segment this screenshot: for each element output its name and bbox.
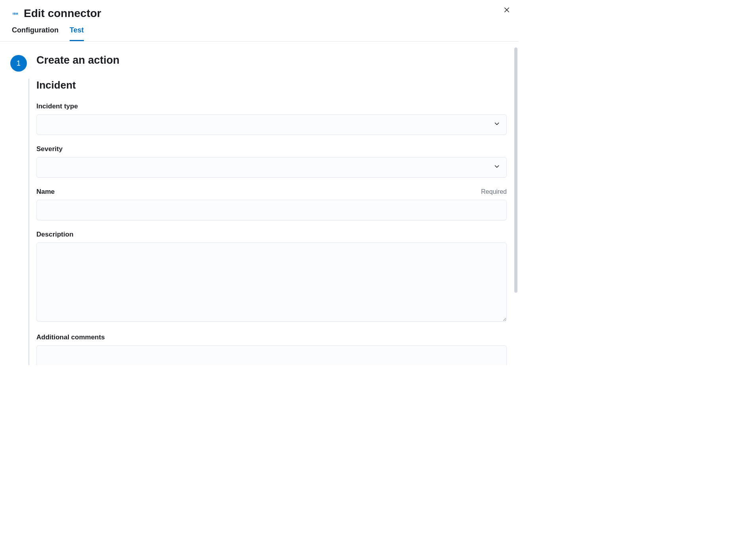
tabs: Configuration Test [0, 20, 519, 42]
header: IBM Edit connector [0, 0, 519, 20]
field-additional-comments: Additional comments [36, 333, 507, 365]
field-name: Name Required [36, 188, 507, 220]
required-indicator: Required [481, 188, 507, 195]
content: 1 Create an action Incident Incident typ… [0, 42, 519, 365]
ibm-logo-icon: IBM [12, 10, 19, 17]
field-description: Description [36, 231, 507, 323]
description-textarea[interactable] [36, 242, 507, 322]
page-title: Edit connector [24, 7, 101, 20]
severity-select[interactable] [36, 157, 507, 178]
label-incident-type: Incident type [36, 102, 78, 110]
label-name: Name [36, 188, 55, 196]
incident-type-select[interactable] [36, 114, 507, 135]
additional-comments-textarea[interactable] [36, 345, 507, 365]
close-button[interactable] [501, 5, 512, 16]
name-input[interactable] [36, 200, 507, 220]
tab-test[interactable]: Test [70, 26, 84, 41]
close-icon [503, 6, 510, 15]
step-connector-line [28, 79, 29, 365]
field-severity: Severity [36, 145, 507, 178]
section-title-incident: Incident [36, 79, 507, 91]
field-incident-type: Incident type [36, 102, 507, 135]
label-description: Description [36, 231, 74, 238]
tab-configuration[interactable]: Configuration [12, 26, 59, 41]
scrollbar[interactable] [514, 47, 517, 293]
step-number-badge: 1 [10, 55, 27, 72]
step-title: Create an action [36, 54, 507, 66]
label-additional-comments: Additional comments [36, 333, 105, 341]
label-severity: Severity [36, 145, 63, 153]
